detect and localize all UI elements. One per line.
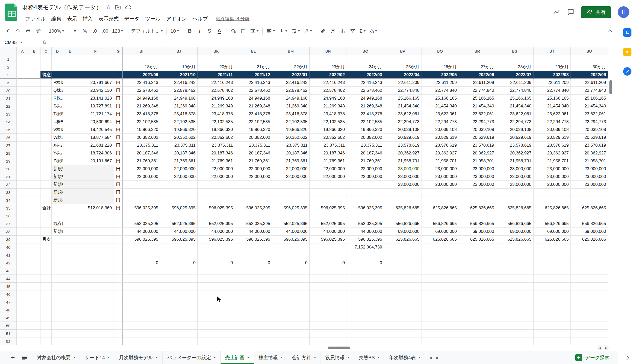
- sheet-tab-3[interactable]: 月次財務モデル: [114, 351, 162, 364]
- cell-A-21[interactable]: [17, 95, 28, 102]
- cell-BL-30[interactable]: 22,000,000: [235, 165, 272, 173]
- tasks-icon[interactable]: [623, 67, 631, 76]
- cell-BP-26[interactable]: 20,529,619: [384, 134, 422, 142]
- cell-BK-28[interactable]: 20,187,346: [198, 149, 235, 157]
- cell-BI-2[interactable]: 18か月: [123, 63, 160, 71]
- cell-BT-3[interactable]: 2022/08: [534, 71, 571, 79]
- row-header-2[interactable]: 2: [0, 63, 17, 71]
- cell-BU-41[interactable]: [571, 251, 608, 259]
- row-header-22[interactable]: 22: [0, 102, 17, 110]
- increase-decimal-button[interactable]: .00: [100, 26, 110, 36]
- cell-A-39[interactable]: [17, 236, 28, 243]
- cell-A-23[interactable]: [17, 110, 28, 118]
- cell-BM-41[interactable]: [272, 251, 310, 259]
- cell-BQ-46[interactable]: [421, 290, 459, 298]
- cell-BN-44[interactable]: [310, 275, 347, 283]
- row-header-37[interactable]: 37: [0, 220, 17, 228]
- cell-BR-22[interactable]: 21,454,340: [459, 102, 496, 110]
- cell-E-33[interactable]: [63, 189, 77, 196]
- cell-BU-47[interactable]: [571, 298, 608, 306]
- cell-BI-25[interactable]: 19,866,320: [123, 126, 160, 134]
- scroll-left-button[interactable]: ◀: [598, 346, 602, 350]
- cell-G-47[interactable]: [114, 298, 123, 306]
- cell-BL-37[interactable]: 552,025,395: [235, 220, 272, 228]
- insert-comment-button[interactable]: [328, 26, 338, 36]
- column-header-C[interactable]: C: [40, 47, 52, 55]
- cell-BI-29[interactable]: 21,769,361: [123, 157, 160, 165]
- cell-BR-1[interactable]: [459, 55, 496, 63]
- cell-BM-31[interactable]: 22,000,000: [272, 173, 310, 181]
- cell-BR-21[interactable]: 25,166,165: [459, 95, 496, 102]
- cell-BU-39[interactable]: 625,826,665: [571, 236, 608, 243]
- cell-BR-36[interactable]: [459, 212, 496, 220]
- cell-BQ-47[interactable]: [421, 298, 459, 306]
- column-header-E[interactable]: E: [63, 47, 77, 55]
- row-header-32[interactable]: 32: [0, 181, 17, 189]
- currency-format-button[interactable]: ¥: [70, 26, 80, 36]
- cell-BU-24[interactable]: 22,294,773: [571, 118, 608, 126]
- cell-E-2[interactable]: [63, 63, 77, 71]
- cell-A-26[interactable]: [17, 134, 28, 142]
- cell-B-51[interactable]: [28, 330, 40, 337]
- cell-BK-2[interactable]: 20か月: [198, 63, 235, 71]
- cell-BO-30[interactable]: 22,000,000: [347, 165, 384, 173]
- cell-BU-27[interactable]: 23,578,619: [571, 142, 608, 149]
- cell-BJ-45[interactable]: [160, 283, 198, 290]
- cell-B-26[interactable]: [28, 134, 40, 142]
- cell-BI-40[interactable]: [123, 243, 160, 251]
- cell-A-30[interactable]: [17, 165, 28, 173]
- cell-D-51[interactable]: [52, 330, 63, 337]
- cell-BJ-21[interactable]: 24,949,168: [160, 95, 198, 102]
- cell-BT-22[interactable]: 21,454,340: [534, 102, 571, 110]
- font-select[interactable]: デフォルト...: [129, 26, 164, 36]
- row-header-45[interactable]: 45: [0, 283, 17, 290]
- cell-B-23[interactable]: [28, 110, 40, 118]
- cell-BI-23[interactable]: 23,418,378: [123, 110, 160, 118]
- cell-BL-19[interactable]: 22,416,243: [235, 79, 272, 87]
- cell-BN-21[interactable]: 24,949,168: [310, 95, 347, 102]
- cell-BR-39[interactable]: 625,826,665: [459, 236, 496, 243]
- cell-B-27[interactable]: [28, 142, 40, 149]
- row-header-44[interactable]: 44: [0, 275, 17, 283]
- cell-F-46[interactable]: [77, 290, 114, 298]
- cell-BL-29[interactable]: 21,769,361: [235, 157, 272, 165]
- cell-BJ-29[interactable]: 21,769,361: [160, 157, 198, 165]
- cell-BJ-26[interactable]: 20,352,602: [160, 134, 198, 142]
- cell-BQ-34[interactable]: [421, 196, 459, 204]
- cell-B-47[interactable]: [28, 298, 40, 306]
- cell-F-31[interactable]: [77, 173, 114, 181]
- cell-B-33[interactable]: [28, 189, 40, 196]
- cell-G-43[interactable]: [114, 267, 123, 275]
- cell-BQ-41[interactable]: [421, 251, 459, 259]
- cell-BJ-39[interactable]: 596,025,395: [160, 236, 198, 243]
- cell-BK-49[interactable]: [198, 314, 235, 322]
- cell-BN-40[interactable]: [310, 243, 347, 251]
- cell-A-22[interactable]: [17, 102, 28, 110]
- cell-D-45[interactable]: [52, 283, 63, 290]
- cell-F-50[interactable]: [77, 322, 114, 330]
- cell-BR-28[interactable]: 20,362,927: [459, 149, 496, 157]
- cell-BI-39[interactable]: 596,025,395: [123, 236, 160, 243]
- cell-G-2[interactable]: [114, 63, 123, 71]
- cell-A-35[interactable]: [17, 204, 28, 212]
- cell-BS-3[interactable]: 2022/07: [496, 71, 534, 79]
- cell-BP-19[interactable]: 22,611,209: [384, 79, 422, 87]
- cell-C-35[interactable]: 合計: [40, 204, 52, 212]
- functions-button[interactable]: Σ: [358, 26, 367, 36]
- cell-BN-28[interactable]: 20,187,346: [310, 149, 347, 157]
- cell-F-24[interactable]: 20,500,694: [77, 118, 114, 126]
- cell-BK-47[interactable]: [198, 298, 235, 306]
- cell-A-28[interactable]: [17, 149, 28, 157]
- cell-BO-48[interactable]: [347, 306, 384, 314]
- cell-BT-49[interactable]: [534, 314, 571, 322]
- cell-F-25[interactable]: 18,426,545: [77, 126, 114, 134]
- cell-BK-35[interactable]: 596,025,395: [198, 204, 235, 212]
- cell-BU-25[interactable]: 20,039,108: [571, 126, 608, 134]
- cell-BM-26[interactable]: 20,352,602: [272, 134, 310, 142]
- column-header-BN[interactable]: BN: [310, 47, 347, 55]
- cell-BT-2[interactable]: 29か月: [534, 63, 571, 71]
- cell-B-1[interactable]: [28, 55, 40, 63]
- cell-BQ-26[interactable]: 20,529,619: [421, 134, 459, 142]
- cell-BK-44[interactable]: [198, 275, 235, 283]
- cell-B-3[interactable]: [28, 71, 40, 79]
